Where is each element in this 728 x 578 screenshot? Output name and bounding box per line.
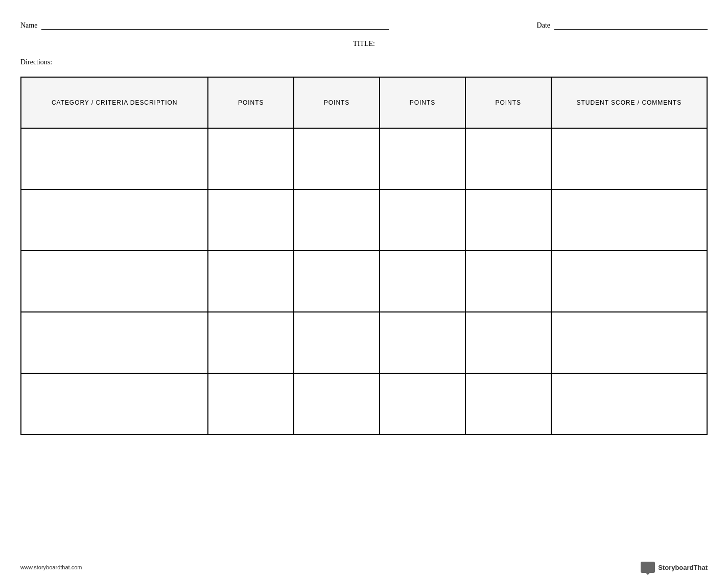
name-field: Name — [20, 20, 537, 30]
row1-points2 — [294, 128, 380, 189]
row2-points3 — [380, 189, 465, 251]
footer: www.storyboardthat.com StoryboardThat — [0, 557, 728, 578]
row4-student-score — [551, 312, 707, 373]
row1-student-score — [551, 128, 707, 189]
row1-category — [21, 128, 208, 189]
row2-category — [21, 189, 208, 251]
row4-category — [21, 312, 208, 373]
row2-student-score — [551, 189, 707, 251]
directions-row: Directions: — [20, 58, 708, 66]
row5-points3 — [380, 373, 465, 435]
row5-points2 — [294, 373, 380, 435]
title-row: TITLE: — [20, 40, 708, 48]
row3-category — [21, 251, 208, 312]
row4-points4 — [465, 312, 551, 373]
row2-points2 — [294, 189, 380, 251]
row1-points4 — [465, 128, 551, 189]
row2-points4 — [465, 189, 551, 251]
table-header-row: CATEGORY / CRITERIA DESCRIPTION POINTS P… — [21, 77, 707, 128]
header-points-3: POINTS — [380, 77, 465, 128]
row3-points4 — [465, 251, 551, 312]
name-label: Name — [20, 21, 37, 30]
row4-points2 — [294, 312, 380, 373]
row3-student-score — [551, 251, 707, 312]
header-points-2: POINTS — [294, 77, 380, 128]
table-row — [21, 373, 707, 435]
table-row — [21, 251, 707, 312]
header-section: Name Date — [20, 15, 708, 30]
row1-points1 — [208, 128, 294, 189]
date-field: Date — [537, 20, 708, 30]
row1-points3 — [380, 128, 465, 189]
row4-points1 — [208, 312, 294, 373]
table-row — [21, 312, 707, 373]
row5-points4 — [465, 373, 551, 435]
row2-points1 — [208, 189, 294, 251]
name-underline — [41, 20, 389, 30]
table-row — [21, 189, 707, 251]
table-row — [21, 128, 707, 189]
directions-label: Directions: — [20, 58, 52, 66]
title-label: TITLE: — [353, 40, 375, 47]
row4-points3 — [380, 312, 465, 373]
row3-points1 — [208, 251, 294, 312]
row3-points3 — [380, 251, 465, 312]
row5-points1 — [208, 373, 294, 435]
footer-logo: StoryboardThat — [641, 562, 708, 573]
row3-points2 — [294, 251, 380, 312]
date-underline — [554, 20, 708, 30]
storyboardthat-icon — [641, 562, 655, 573]
row5-category — [21, 373, 208, 435]
header-category: CATEGORY / CRITERIA DESCRIPTION — [21, 77, 208, 128]
footer-logo-text: StoryboardThat — [658, 564, 708, 571]
footer-url: www.storyboardthat.com — [20, 564, 82, 570]
header-points-4: POINTS — [465, 77, 551, 128]
header-points-1: POINTS — [208, 77, 294, 128]
row5-student-score — [551, 373, 707, 435]
rubric-table: CATEGORY / CRITERIA DESCRIPTION POINTS P… — [20, 77, 708, 435]
date-label: Date — [537, 21, 550, 30]
header-student-score: STUDENT SCORE / COMMENTS — [551, 77, 707, 128]
